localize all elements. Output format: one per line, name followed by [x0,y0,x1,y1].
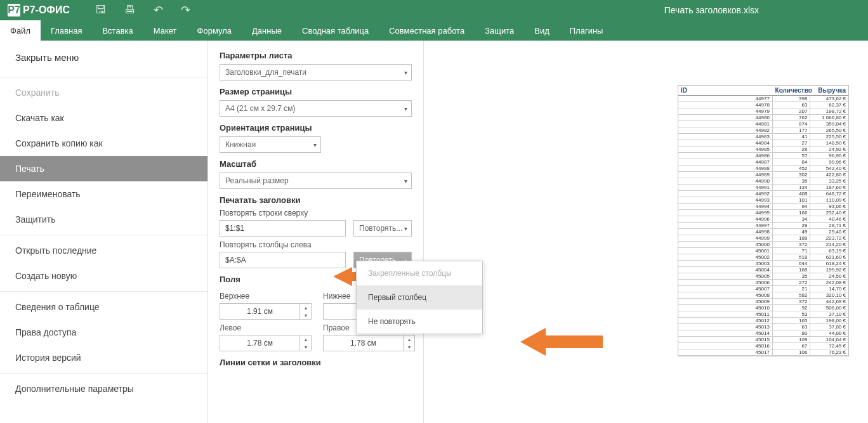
input-repeat-rows[interactable] [220,220,346,237]
header-toolbar: 🖫 🖶 ↶ ↷ [95,3,190,17]
preview-row: 450053524,50 € [678,273,848,280]
print-settings-panel: Параметры листа Заголовки_для_печати Раз… [208,41,424,423]
tab-view[interactable]: Вид [524,20,560,41]
sidebar-download[interactable]: Скачать как [0,105,207,131]
preview-row: 4501092506,00 € [678,305,848,311]
sidebar-new[interactable]: Создать новую [0,263,207,289]
input-repeat-cols[interactable] [220,252,346,268]
preview-row: 449903533,25 € [678,178,848,185]
dropdown-no-repeat[interactable]: Не повторять [357,309,482,334]
preview-row: 45008582320,10 € [678,292,848,299]
sidebar-save[interactable]: Сохранить [0,80,207,105]
redo-icon[interactable]: ↷ [181,3,190,17]
preview-header-rev: Выручка [811,86,848,95]
svg-marker-1 [520,328,603,356]
spinner-up-icon: ▴ [300,335,311,343]
app-header: Р7 Р7-ОФИС 🖫 🖶 ↶ ↷ Печать заголовков.xls… [0,0,868,20]
file-sidebar: Закрыть меню Сохранить Скачать как Сохра… [0,41,208,423]
close-menu[interactable]: Закрыть меню [0,41,207,74]
sidebar-history[interactable]: История версий [0,345,207,370]
undo-icon[interactable]: ↶ [154,3,163,17]
label-margin-top: Верхнее [220,292,312,301]
tab-formula[interactable]: Формула [187,20,242,41]
preview-row: 450136337,80 € [678,324,848,330]
preview-row: 44979207198,72 € [678,108,848,115]
preview-row: 4498341225,50 € [678,134,848,140]
spinner-down-icon: ▾ [300,343,311,351]
preview-row: 449972928,71 € [678,223,848,229]
print-icon[interactable]: 🖶 [124,3,136,17]
select-orientation[interactable]: Книжная [220,136,321,153]
preview-row: 450148044,00 € [678,330,848,337]
tab-protect[interactable]: Защита [475,20,524,41]
preview-row: 45012165198,00 € [678,318,848,324]
spinner-margin-left[interactable]: 1.78 см▴▾ [220,335,312,351]
spinner-down-icon: ▾ [404,343,414,351]
tab-plugins[interactable]: Плагины [560,20,614,41]
sidebar-info[interactable]: Сведения о таблице [0,294,207,320]
preview-row: 44995166232,40 € [678,210,848,216]
label-page-size: Размер страницы [220,87,412,96]
preview-row: 45000372214,20 € [678,242,848,248]
spinner-margin-right[interactable]: 1.78 см▴▾ [323,335,415,351]
preview-row: 44981874359,04 € [678,121,848,127]
preview-row: 45003644618,24 € [678,261,848,267]
logo-text: Р7-ОФИС [23,4,70,16]
label-margin-left: Левое [220,323,312,332]
select-sheet[interactable]: Заголовки_для_печати [220,64,412,81]
print-preview: ID Количество Выручка 44977398473,62 €44… [424,41,868,423]
tab-file[interactable]: Файл [0,20,41,41]
sidebar-access[interactable]: Права доступа [0,320,207,345]
preview-row: 449984929,40 € [678,229,848,235]
select-repeat-rows[interactable]: Повторять... [353,220,412,237]
spinner-margin-top[interactable]: 1.91 см▴▾ [220,303,312,320]
spinner-up-icon: ▴ [300,304,311,311]
preview-row: 44988452542,40 € [678,166,848,172]
sidebar-savecopy[interactable]: Сохранить копию как [0,131,207,156]
preview-row: 45004168199,92 € [678,267,848,273]
preview-row: 449865796,90 € [678,153,848,159]
preview-row: 449963440,46 € [678,216,848,223]
preview-row: 45006272242,08 € [678,280,848,286]
preview-header-id: ID [678,86,773,95]
preview-row: 44999188223,72 € [678,235,848,242]
preview-row: 449878499,96 € [678,159,848,166]
tab-pivot[interactable]: Сводная таблица [292,20,379,41]
tab-collab[interactable]: Совместная работа [379,20,475,41]
main-tabs: Файл Главная Вставка Макет Формула Данны… [0,20,868,41]
sidebar-protect[interactable]: Защитить [0,207,207,232]
preview-row: 4498427148,50 € [678,140,848,146]
preview-row: 44977398473,62 € [678,96,848,102]
preview-row: 449807621 066,80 € [678,115,848,121]
preview-header-qty: Количество [773,86,811,95]
save-icon[interactable]: 🖫 [95,3,107,17]
tab-layout[interactable]: Макет [143,20,187,41]
label-gridlines: Линии сетки и заголовки [220,358,412,367]
tab-home[interactable]: Главная [41,20,92,41]
sidebar-advanced[interactable]: Дополнительные параметры [0,376,207,401]
label-sheet-params: Параметры листа [220,51,412,60]
app-logo: Р7 Р7-ОФИС [8,4,70,16]
preview-row: 449852824,92 € [678,146,848,153]
preview-row: 44991134187,60 € [678,185,848,191]
tab-insert[interactable]: Вставка [92,20,143,41]
annotation-arrow-icon [520,326,603,358]
logo-icon: Р7 [8,4,20,16]
preview-sheet: ID Количество Выручка 44977398473,62 €44… [678,85,849,356]
preview-row: 450072114,70 € [678,286,848,292]
preview-row: 44982177265,50 € [678,127,848,134]
label-scale: Масштаб [220,159,412,169]
select-scale[interactable]: Реальный размер [220,172,412,189]
spinner-down-icon: ▾ [300,311,311,319]
preview-row: 44993101110,09 € [678,197,848,204]
sidebar-rename[interactable]: Переименовать [0,181,207,207]
preview-row: 44992408648,72 € [678,191,848,197]
select-page-size[interactable]: A4 (21 см x 29.7 см) [220,100,412,117]
preview-row: 450017163,19 € [678,248,848,254]
tab-data[interactable]: Данные [242,20,292,41]
sidebar-print[interactable]: Печать [0,156,207,181]
dropdown-frozen-cols[interactable]: Закрепленные столбцы [357,261,482,285]
sidebar-recent[interactable]: Открыть последние [0,238,207,263]
label-repeat-cols: Повторять столбцы слева [220,240,412,249]
dropdown-first-col[interactable]: Первый столбец [357,285,482,309]
